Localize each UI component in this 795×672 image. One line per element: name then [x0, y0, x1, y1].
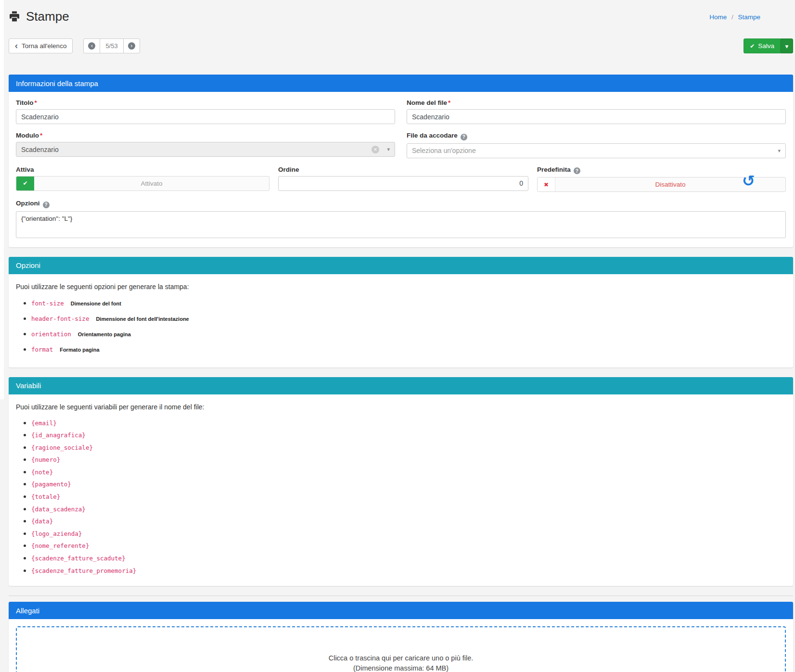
option-description: Formato pagina: [60, 347, 100, 353]
variable-item: {scadenze_fatture_scadute}: [31, 553, 786, 563]
breadcrumb-current[interactable]: Stampe: [738, 13, 760, 21]
ordine-label: Ordine: [278, 166, 528, 173]
info-panel-header: Informazioni della stampa: [9, 75, 793, 92]
help-icon[interactable]: ?: [461, 134, 467, 140]
option-code: font-size: [31, 300, 64, 307]
modulo-field: Modulo* Scadenzario × ▾: [16, 132, 395, 158]
form-row-2: Modulo* Scadenzario × ▾ File da accodare…: [16, 132, 786, 158]
help-icon[interactable]: ?: [574, 167, 580, 174]
options-panel-body: Puoi utilizzare le seguenti opzioni per …: [9, 274, 793, 368]
help-icon[interactable]: ?: [43, 202, 50, 208]
dropzone-text: Clicca o trascina qui per caricare uno o…: [329, 654, 474, 662]
variable-item: {email}: [31, 418, 786, 428]
attiva-field: Attiva ✔ Attivato: [16, 166, 269, 192]
caret-down-icon: ▾: [785, 42, 789, 50]
required-asterisk: *: [35, 99, 37, 106]
variable-item: {scadenze_fatture_promemoria}: [31, 565, 786, 576]
variable-item: {numero}: [31, 454, 786, 465]
opzioni-label: Opzioni?: [16, 200, 786, 208]
nome-file-input[interactable]: [407, 109, 786, 124]
select-placeholder: Seleziona un'opzione: [412, 147, 476, 154]
breadcrumb: Home / Stampe: [709, 13, 760, 21]
variables-intro: Puoi utilizzare le seguenti variabili pe…: [16, 403, 786, 411]
save-button-label: Salva: [758, 42, 774, 50]
file-dropzone[interactable]: Clicca o trascina qui per caricare uno o…: [16, 626, 786, 672]
arrow-circle-left-icon: ‹: [88, 42, 95, 50]
form-row-1: Titolo* Nome del file*: [16, 99, 786, 124]
variable-item: {id_anagrafica}: [31, 430, 786, 440]
dropzone-limit: (Dimensione massima: 64 MB): [353, 664, 449, 672]
content-area: Stampe Home / Stampe ‹ Torna all'elenco …: [0, 0, 795, 672]
file-accodare-select[interactable]: Seleziona un'opzione ▾: [407, 143, 786, 158]
page-title: Stampe: [26, 9, 69, 24]
modulo-selected-value: Scadenzario: [21, 146, 59, 153]
required-asterisk: *: [448, 99, 450, 106]
option-code: header-font-size: [31, 315, 89, 322]
arrow-circle-right-icon: ›: [128, 42, 135, 50]
options-intro: Puoi utilizzare le seguenti opzioni per …: [16, 283, 786, 291]
variables-panel-body: Puoi utilizzare le seguenti variabili pe…: [9, 394, 793, 586]
record-pager: ‹ 5/53 ›: [83, 38, 140, 53]
option-description: Dimensione del font dell'intestazione: [96, 316, 189, 322]
variable-item: {data}: [31, 516, 786, 526]
variable-item: {ragione_sociale}: [31, 442, 786, 453]
required-asterisk: *: [40, 132, 42, 139]
ordine-input[interactable]: [278, 176, 528, 191]
nome-file-field: Nome del file*: [407, 99, 786, 124]
option-item: header-font-sizeDimensione del font dell…: [31, 313, 786, 324]
titolo-label: Titolo*: [16, 99, 395, 106]
breadcrumb-home-link[interactable]: Home: [709, 13, 727, 21]
option-description: Orientamento pagina: [78, 331, 131, 337]
record-counter: 5/53: [100, 38, 123, 53]
file-accodare-label: File da accodare?: [407, 132, 786, 140]
modulo-select[interactable]: Scadenzario × ▾: [16, 142, 395, 157]
info-panel-body: Titolo* Nome del file* Modulo*: [9, 92, 793, 247]
options-panel: Opzioni Puoi utilizzare le seguenti opzi…: [9, 257, 793, 368]
attiva-toggle[interactable]: ✔ Attivato: [16, 176, 269, 191]
variable-item: {data_scadenza}: [31, 504, 786, 514]
variable-item: {nome_referente}: [31, 540, 786, 551]
printer-icon: [9, 11, 20, 22]
options-panel-header: Opzioni: [9, 257, 793, 274]
opzioni-textarea[interactable]: {"orientation": "L"}: [16, 211, 786, 238]
chevron-left-icon: ‹: [15, 41, 18, 51]
variables-panel: Variabili Puoi utilizzare le seguenti va…: [9, 377, 793, 586]
save-button-group: ✔ Salva ▾: [744, 38, 793, 53]
option-description: Dimensione del font: [71, 301, 121, 306]
attiva-label: Attiva: [16, 166, 269, 173]
options-list: font-sizeDimensione del font header-font…: [16, 297, 786, 355]
option-code: format: [31, 346, 53, 353]
nome-file-label: Nome del file*: [407, 99, 786, 106]
page-header: Stampe: [9, 7, 795, 26]
clear-selection-icon[interactable]: ×: [372, 146, 379, 153]
variable-item: {totale}: [31, 491, 786, 502]
undo-floating-icon[interactable]: ↺: [742, 173, 755, 189]
modulo-label: Modulo*: [16, 132, 395, 139]
record-toolbar: ‹ Torna all'elenco ‹ 5/53 › ✔ Salva ▾: [9, 38, 795, 53]
chevron-down-icon: ▾: [778, 148, 781, 154]
titolo-field: Titolo*: [16, 99, 395, 124]
form-row-3: Attiva ✔ Attivato Ordine Predefinita? ✖: [16, 166, 786, 192]
titolo-input[interactable]: [16, 109, 395, 124]
variable-item: {logo_azienda}: [31, 528, 786, 539]
section-divider: [9, 596, 793, 596]
form-row-4: Opzioni? {"orientation": "L"}: [16, 200, 786, 240]
info-panel: Informazioni della stampa Titolo* Nome d…: [9, 75, 793, 247]
attachments-panel-body: Clicca o trascina qui per caricare uno o…: [9, 626, 793, 672]
variables-list: {email} {id_anagrafica} {ragione_sociale…: [16, 418, 786, 576]
toggle-check-icon: ✔: [16, 177, 34, 190]
prev-record-button[interactable]: ‹: [83, 38, 100, 53]
toggle-cross-icon: ✖: [538, 178, 555, 191]
next-record-button[interactable]: ›: [123, 38, 140, 53]
option-code: orientation: [31, 330, 71, 338]
ordine-field: Ordine: [278, 166, 528, 192]
option-item: orientationOrientamento pagina: [31, 328, 786, 340]
option-item: font-sizeDimensione del font: [31, 297, 786, 309]
breadcrumb-separator: /: [731, 13, 733, 21]
save-dropdown-toggle[interactable]: ▾: [781, 38, 793, 53]
back-to-list-button[interactable]: ‹ Torna all'elenco: [9, 38, 73, 53]
save-button[interactable]: ✔ Salva: [744, 38, 781, 53]
chevron-down-icon: ▾: [387, 146, 390, 152]
attachments-panel-header: Allegati: [9, 602, 793, 619]
file-accodare-field: File da accodare? Seleziona un'opzione ▾: [407, 132, 786, 158]
